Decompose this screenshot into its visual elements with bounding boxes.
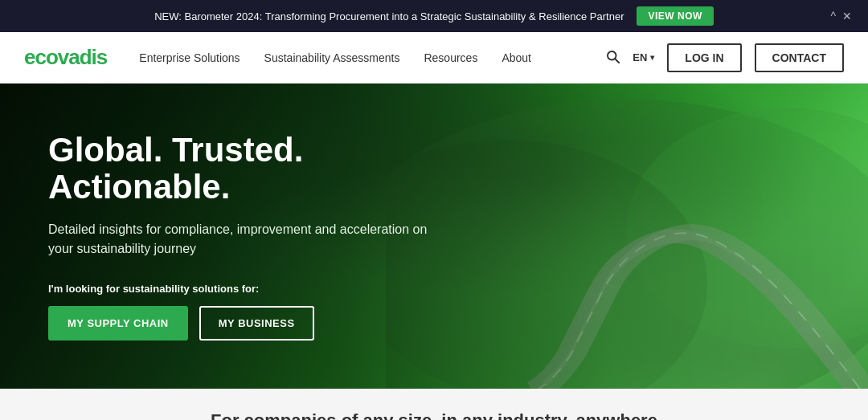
- supply-chain-button[interactable]: MY SUPPLY CHAIN: [48, 306, 188, 340]
- hero-cta-label: I'm looking for sustainability solutions…: [48, 283, 434, 295]
- close-bar-button[interactable]: ^ ✕: [830, 10, 852, 22]
- svg-line-1: [616, 59, 620, 63]
- logo-vadis: vadis: [58, 45, 108, 69]
- language-label: EN: [633, 51, 647, 63]
- contact-button[interactable]: CONTACT: [755, 43, 844, 72]
- hero-title: Global. Trusted. Actionable.: [48, 132, 434, 206]
- chevron-icon: ^: [830, 10, 836, 22]
- nav-about[interactable]: About: [502, 51, 531, 64]
- bottom-section: For companies of any size, in any indust…: [0, 389, 868, 420]
- login-button[interactable]: LOG IN: [667, 43, 741, 72]
- announcement-text: NEW: Barometer 2024: Transforming Procur…: [154, 10, 624, 22]
- svg-point-0: [608, 51, 616, 60]
- nav-resources[interactable]: Resources: [424, 51, 477, 64]
- nav-right: EN ▾ LOG IN CONTACT: [605, 43, 844, 72]
- nav-links: Enterprise Solutions Sustainability Asse…: [139, 51, 605, 64]
- search-icon: [605, 49, 620, 63]
- close-icon: ✕: [842, 10, 852, 22]
- hero-content: Global. Trusted. Actionable. Detailed in…: [0, 132, 482, 340]
- chevron-down-icon: ▾: [650, 53, 654, 62]
- language-selector[interactable]: EN ▾: [633, 51, 654, 63]
- logo-eco: eco: [24, 45, 58, 69]
- bottom-tagline: For companies of any size, in any indust…: [211, 410, 657, 421]
- nav-sustainability-assessments[interactable]: Sustainability Assessments: [264, 51, 400, 64]
- logo[interactable]: ecovadis: [24, 45, 107, 70]
- nav-enterprise-solutions[interactable]: Enterprise Solutions: [139, 51, 240, 64]
- search-button[interactable]: [605, 49, 620, 67]
- view-now-button[interactable]: VIEW NOW: [637, 6, 713, 26]
- my-business-button[interactable]: MY BUSINESS: [199, 306, 314, 340]
- navbar: ecovadis Enterprise Solutions Sustainabi…: [0, 32, 868, 84]
- hero-subtitle: Detailed insights for compliance, improv…: [48, 220, 434, 259]
- announcement-bar: NEW: Barometer 2024: Transforming Procur…: [0, 0, 868, 32]
- hero-section: Global. Trusted. Actionable. Detailed in…: [0, 84, 868, 389]
- hero-buttons: MY SUPPLY CHAIN MY BUSINESS: [48, 306, 434, 340]
